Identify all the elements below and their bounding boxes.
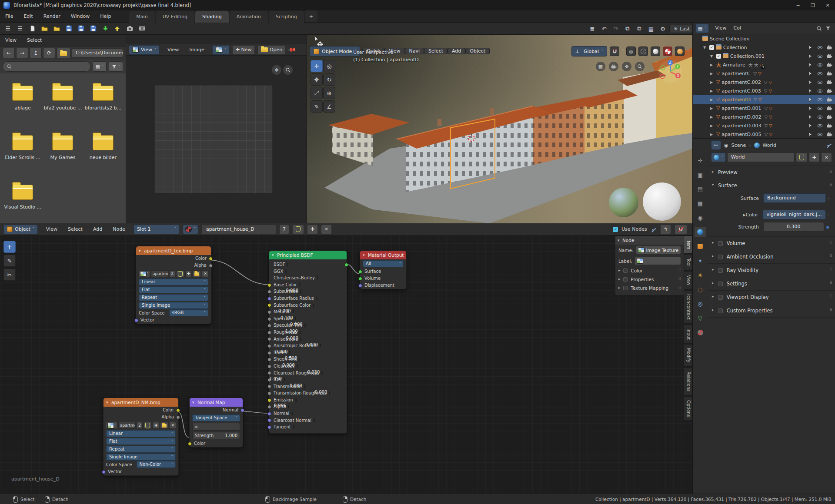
minimize-button[interactable]: ─ bbox=[791, 0, 805, 10]
menu-item[interactable]: File bbox=[0, 13, 18, 19]
node-input-socket[interactable]: Vector bbox=[104, 468, 178, 475]
tweak-tool-button[interactable]: ✛ bbox=[311, 60, 323, 72]
node-property-row[interactable]: Emission Emission bbox=[269, 397, 347, 404]
breadcrumb-scene[interactable]: Scene bbox=[731, 143, 746, 148]
viewport-3d[interactable]: Object Mode˅ QuickViewNaviSelectAddObjec… bbox=[307, 35, 692, 223]
folder-item[interactable]: neue bilder bbox=[83, 135, 123, 174]
pin-icon[interactable] bbox=[651, 226, 657, 232]
viewport-menu[interactable]: Object bbox=[465, 48, 490, 54]
target-dropdown[interactable]: All bbox=[363, 260, 404, 267]
render-camera-icon[interactable] bbox=[827, 71, 832, 76]
outliner-row[interactable]: ▼ ✓ ▽ 大 Collection ▽▽ 大大▽3 bbox=[693, 43, 835, 52]
node-property-row[interactable]: Specular Tint Specular Tint 0.000 bbox=[269, 322, 347, 329]
new-material-button[interactable]: ✚ bbox=[307, 225, 318, 234]
row-widget[interactable]: Transmission 0.000 bbox=[304, 384, 305, 389]
node-dropdown[interactable]: Linear bbox=[106, 430, 176, 437]
sidebar-tab[interactable]: Iconcontext bbox=[684, 290, 692, 324]
node-output-socket[interactable]: Alpha bbox=[136, 262, 211, 269]
expand-arrow[interactable]: ▶ bbox=[710, 98, 715, 102]
mode-dropdown[interactable]: Object Mode˅ bbox=[310, 46, 360, 56]
tab-tool[interactable]: ✛ bbox=[695, 155, 706, 166]
strength-field[interactable]: Strength 1.000 bbox=[192, 432, 240, 439]
node-label-field[interactable] bbox=[635, 257, 681, 265]
row-widget[interactable]: Clearcoat Normal bbox=[314, 418, 314, 423]
node-property-row[interactable]: Normal Normal bbox=[269, 410, 347, 417]
hide-eye-icon[interactable] bbox=[817, 53, 823, 59]
selectable-cursor-icon[interactable] bbox=[808, 114, 813, 120]
tab-object[interactable] bbox=[695, 241, 706, 252]
fake-user-shield-button[interactable] bbox=[144, 422, 152, 429]
folder-item[interactable]: bfa2 youtube ... bbox=[43, 86, 83, 125]
world-name-field[interactable]: World bbox=[727, 153, 795, 162]
normal-map-node[interactable]: Normal Map Normal Tangent Space ▪ Streng… bbox=[189, 398, 243, 448]
filter-dropdown[interactable]: ˅ bbox=[109, 61, 123, 72]
outliner-menu[interactable]: View bbox=[711, 25, 730, 31]
edit-menu-icon[interactable]: ☰ bbox=[15, 24, 25, 33]
section-preview[interactable]: Preview⠿ bbox=[708, 166, 835, 179]
sidebar-tab[interactable]: Relations bbox=[684, 368, 692, 395]
row-widget[interactable]: Subsurface Color bbox=[313, 302, 314, 308]
render-camera-icon[interactable] bbox=[827, 114, 832, 120]
unlink-image-button[interactable]: ✕ bbox=[202, 270, 209, 277]
render-camera-icon[interactable] bbox=[827, 88, 832, 94]
hide-eye-icon[interactable] bbox=[817, 123, 823, 129]
material-output-node[interactable]: Material Output All SurfaceVolumeDisplac… bbox=[360, 250, 407, 289]
sidebar-tab[interactable]: Modify bbox=[684, 344, 692, 366]
filter-icon[interactable] bbox=[825, 26, 831, 31]
hide-eye-icon[interactable] bbox=[817, 80, 823, 85]
node-title[interactable]: Principled BSDF bbox=[269, 251, 347, 259]
hide-eye-icon[interactable] bbox=[817, 106, 823, 111]
node-title[interactable]: apartmentD_NM.bmp bbox=[104, 398, 178, 407]
measure-tool-button[interactable]: ∠ bbox=[323, 100, 335, 113]
hdri-preview-sphere[interactable] bbox=[609, 188, 638, 217]
section-checkbox[interactable] bbox=[623, 286, 628, 290]
expand-arrow[interactable]: ▶ bbox=[710, 72, 715, 76]
selectable-cursor-icon[interactable] bbox=[808, 45, 813, 50]
grid-toggle-icon[interactable]: ▦ bbox=[596, 62, 605, 71]
render-camera-icon[interactable] bbox=[827, 123, 832, 129]
collection-checkbox[interactable]: ✓ bbox=[716, 54, 721, 59]
export-button[interactable] bbox=[112, 24, 123, 33]
add-workspace-button[interactable]: + bbox=[305, 10, 317, 22]
pin-icon[interactable]: 📌 bbox=[287, 45, 297, 55]
folder-item[interactable]: My Games bbox=[43, 135, 83, 174]
outliner-row[interactable]: ▶ ✓ ▽ 大 apartmentC.002 ▽▽ 大大▽3 bbox=[693, 78, 835, 86]
outliner-row[interactable]: ▼ ✓ ▽ 大 Collection.001 ▽▽ 大大▽3 bbox=[693, 52, 835, 60]
snap-magnet-off-icon[interactable] bbox=[675, 225, 687, 234]
outliner-row[interactable]: ▶ ✓ ▽ 大 apartmentC.003 ▽▽ 大大▽3 bbox=[693, 86, 835, 95]
row-widget[interactable]: BSDF bbox=[287, 262, 288, 267]
shading-rendered-button[interactable] bbox=[675, 46, 685, 56]
zoom-icon[interactable] bbox=[635, 62, 645, 71]
collapsed-section[interactable]: Custom Properties⠿ bbox=[708, 304, 835, 318]
pan-hand-icon[interactable]: ✥ bbox=[272, 65, 281, 75]
tab-physics[interactable]: ◌ bbox=[695, 284, 706, 295]
node-dropdown[interactable]: Linear bbox=[139, 279, 208, 285]
node-panel-header[interactable]: Node bbox=[615, 236, 684, 245]
new-world-button[interactable]: ✚ bbox=[809, 153, 820, 162]
parent-node-tree-button[interactable]: ↰ bbox=[660, 225, 671, 234]
selectable-cursor-icon[interactable] bbox=[808, 123, 813, 129]
space-dropdown[interactable]: Tangent Space bbox=[192, 414, 240, 421]
row-widget[interactable]: GGX bbox=[285, 269, 286, 274]
folder-item[interactable]: ablage bbox=[3, 86, 43, 125]
expand-arrow[interactable]: ▼ bbox=[703, 46, 708, 50]
row-widget[interactable]: Christensen-Burley bbox=[317, 275, 318, 281]
section-checkbox[interactable] bbox=[623, 269, 628, 273]
section-surface[interactable]: Surface⠿ bbox=[708, 179, 835, 192]
redo-icon[interactable]: ↷ bbox=[611, 24, 621, 33]
material-name-field[interactable]: apartment_house_D bbox=[201, 225, 276, 234]
shader-type-dropdown[interactable]: Object˅ bbox=[3, 225, 38, 234]
node-property-row[interactable]: Sheen Sheen 0.000 bbox=[269, 349, 347, 356]
expand-arrow[interactable]: ▶ bbox=[710, 80, 715, 84]
close-button[interactable]: ✕ bbox=[820, 0, 835, 10]
node-property-row[interactable]: Anisotropic Rotation Anisotropic Rotatio… bbox=[269, 342, 347, 349]
material-users-button[interactable]: 7 bbox=[279, 225, 289, 234]
selectable-cursor-icon[interactable] bbox=[808, 62, 813, 68]
selectable-cursor-icon[interactable] bbox=[808, 132, 813, 137]
row-widget[interactable]: Clearcoat Roughness 0.030 bbox=[321, 370, 322, 376]
node-property-row[interactable]: Transmission Roughness Transmission Roug… bbox=[269, 390, 347, 397]
node-property-row[interactable]: Clearcoat Clearcoat 0.000 bbox=[269, 363, 347, 370]
node-property-row[interactable]: Subsurface Color Subsurface Color bbox=[269, 302, 347, 309]
node-input-socket[interactable]: Surface bbox=[360, 268, 406, 275]
world-browse-dropdown[interactable]: ˅ bbox=[711, 153, 726, 162]
